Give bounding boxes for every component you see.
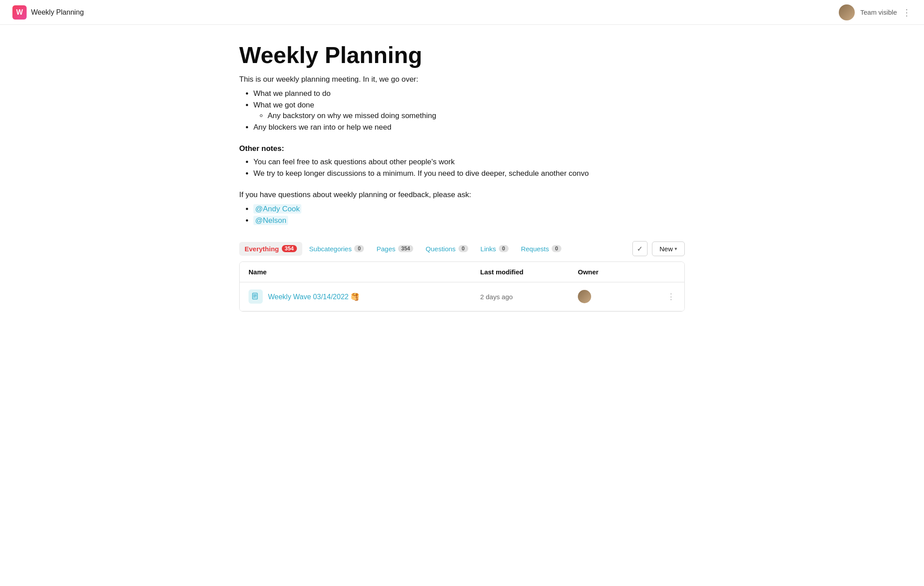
list-item: Any blockers we ran into or help we need [253,123,685,132]
logo-letter: W [16,8,23,16]
sub-list-item: Any backstory on why we missed doing som… [268,111,685,120]
row-owner [578,290,658,303]
header-modified: Last modified [480,268,578,276]
tab-questions-label: Questions [426,245,456,253]
checkbox-button[interactable]: ✓ [632,241,648,256]
tab-subcategories[interactable]: Subcategories 0 [304,242,370,256]
other-notes-section: Other notes: You can feel free to ask qu… [239,144,685,178]
top-nav: W Weekly Planning Team visible ⋮ [0,0,924,25]
other-notes-label: Other notes: [239,144,685,153]
new-button-label: New [659,245,673,253]
table-row: Weekly Wave 03/14/2022 🥞 2 days ago ⋮ [240,282,684,311]
doc-icon [249,289,263,304]
row-doc-link[interactable]: Weekly Wave 03/14/2022 🥞 [268,293,359,301]
tab-requests-label: Requests [521,245,549,253]
mentions-list: @Andy Cook @Nelson [239,205,685,225]
new-button[interactable]: New ▾ [652,242,685,256]
row-name-cell: Weekly Wave 03/14/2022 🥞 [249,289,480,304]
document-svg-icon [252,293,260,301]
tabs-container: Everything 354 Subcategories 0 Pages 354… [239,241,685,256]
nav-left: W Weekly Planning [12,5,84,20]
tab-everything-label: Everything [245,245,279,253]
header-name: Name [249,268,480,276]
feedback-text: If you have questions about weekly plann… [239,190,685,199]
list-item: We try to keep longer discussions to a m… [253,169,685,178]
tabs-left: Everything 354 Subcategories 0 Pages 354… [239,242,567,256]
chevron-down-icon: ▾ [675,246,677,252]
tab-everything[interactable]: Everything 354 [239,242,302,256]
tab-pages[interactable]: Pages 354 [371,242,419,256]
tab-pages-label: Pages [376,245,395,253]
header-owner: Owner [578,268,658,276]
list-item: What we got done Any backstory on why we… [253,101,685,120]
mention-andy-cook[interactable]: @Andy Cook [253,204,301,214]
table-header: Name Last modified Owner [240,262,684,282]
tab-requests[interactable]: Requests 0 [516,242,567,256]
owner-avatar [578,290,591,303]
main-content: Weekly Planning This is our weekly plann… [218,25,706,312]
tab-questions[interactable]: Questions 0 [420,242,474,256]
app-logo[interactable]: W [12,5,27,20]
more-menu-icon[interactable]: ⋮ [902,7,912,18]
list-item: What we planned to do [253,89,685,98]
nav-title: Weekly Planning [31,8,84,16]
main-bullet-list: What we planned to do What we got done A… [239,89,685,132]
tab-links-label: Links [481,245,496,253]
sub-bullet-list: Any backstory on why we missed doing som… [253,111,685,120]
page-title: Weekly Planning [239,43,685,68]
checkbox-icon: ✓ [637,245,643,253]
header-actions [658,268,675,276]
tab-subcategories-label: Subcategories [309,245,352,253]
row-modified: 2 days ago [480,293,578,301]
tabs-right: ✓ New ▾ [632,241,685,256]
list-item: @Andy Cook [253,205,685,214]
content-table: Name Last modified Owner Weekly Wave 03/… [239,261,685,312]
nav-right: Team visible ⋮ [839,4,912,20]
row-actions-menu[interactable]: ⋮ [658,292,675,301]
team-visible-label: Team visible [860,8,897,16]
avatar[interactable] [839,4,855,20]
other-notes-list: You can feel free to ask questions about… [239,158,685,178]
intro-text: This is our weekly planning meeting. In … [239,75,685,84]
list-item: @Nelson [253,216,685,225]
tab-subcategories-badge: 0 [354,245,364,252]
feedback-section: If you have questions about weekly plann… [239,190,685,225]
bullet-text: What we got done [253,101,314,109]
mention-nelson[interactable]: @Nelson [253,216,288,225]
tab-requests-badge: 0 [552,245,561,252]
tab-questions-badge: 0 [458,245,468,252]
tab-links[interactable]: Links 0 [475,242,514,256]
list-item: You can feel free to ask questions about… [253,158,685,166]
tab-pages-badge: 354 [398,245,413,252]
tab-links-badge: 0 [499,245,509,252]
tab-everything-badge: 354 [282,245,297,252]
